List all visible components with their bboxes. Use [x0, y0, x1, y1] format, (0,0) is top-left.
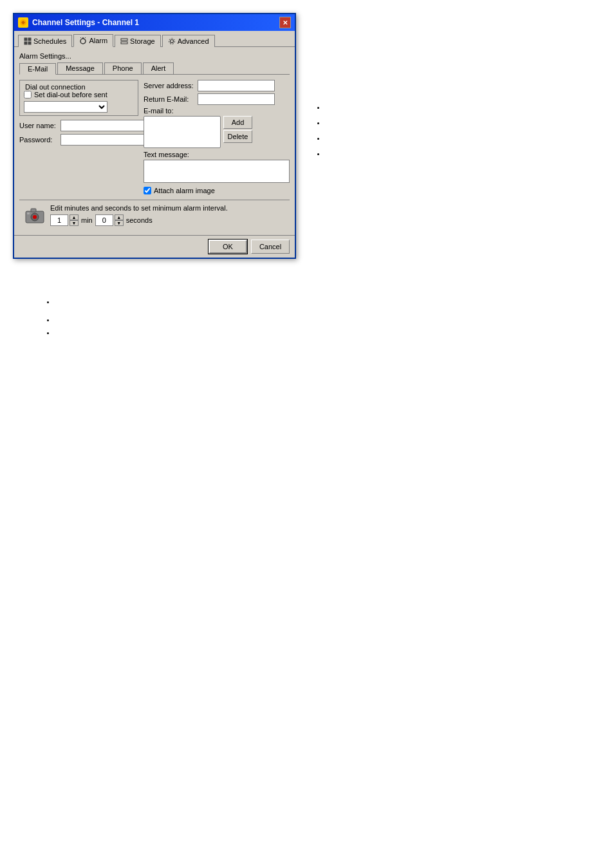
storage-icon: [120, 37, 128, 45]
sub-tab-alert[interactable]: Alert: [143, 62, 174, 74]
set-dial-out-checkbox[interactable]: [24, 91, 32, 99]
bullet-list-bottom: [45, 297, 614, 336]
svg-rect-10: [121, 42, 127, 44]
dialog-footer: OK Cancel: [14, 235, 295, 258]
return-email-label: Return E-Mail:: [144, 95, 195, 103]
dialog-titlebar: Channel Settings - Channel 1 ✕: [14, 14, 295, 31]
svg-rect-3: [24, 42, 27, 44]
bullet-bottom-3: [55, 328, 614, 336]
email-tab-content: Dial out connection Set dial-out before …: [19, 80, 290, 194]
svg-line-8: [85, 37, 86, 38]
password-input[interactable]: [60, 134, 151, 146]
bullet-item-1: [326, 103, 328, 111]
minutes-spinner: 1 ▲ ▼: [50, 214, 79, 226]
camera-alarm-icon: [24, 205, 45, 225]
svg-point-5: [80, 39, 86, 44]
seconds-input[interactable]: 0: [95, 214, 113, 226]
left-column: Dial out connection Set dial-out before …: [19, 80, 138, 194]
email-to-label: E-mail to:: [144, 107, 290, 115]
svg-rect-2: [28, 38, 31, 41]
return-email-row: Return E-Mail:: [144, 93, 290, 105]
right-column: Server address: Return E-Mail: E-mail to…: [144, 80, 290, 194]
add-email-button[interactable]: Add: [223, 116, 252, 129]
username-label: User name:: [19, 122, 58, 129]
sub-tab-message[interactable]: Message: [57, 62, 103, 74]
minutes-arrows: ▲ ▼: [70, 214, 79, 226]
bottom-bullets-area: [0, 297, 614, 336]
attach-alarm-checkbox[interactable]: [144, 187, 151, 194]
dial-out-dropdown-row: [24, 101, 134, 113]
tab-advanced[interactable]: Advanced: [162, 35, 215, 47]
interval-controls: 1 ▲ ▼ min 0 ▲ ▼: [50, 214, 284, 226]
email-list-area: Add Delete: [144, 116, 290, 148]
grid-icon: [24, 37, 32, 45]
dialog-title: Channel Settings - Channel 1: [32, 18, 139, 27]
sub-tab-bar: E-Mail Message Phone Alert: [19, 62, 290, 75]
interval-description: Edit minutes and seconds to set minimum …: [50, 204, 284, 212]
tab-schedules[interactable]: Schedules: [18, 35, 72, 47]
dial-out-legend: Dial out connection: [24, 83, 134, 91]
text-message-label: Text message:: [144, 151, 290, 158]
seconds-up-button[interactable]: ▲: [115, 214, 124, 220]
sub-tab-phone[interactable]: Phone: [104, 62, 142, 74]
svg-rect-17: [27, 212, 30, 214]
email-action-buttons: Add Delete: [223, 116, 252, 148]
attach-alarm-row: Attach alarm image: [144, 187, 290, 194]
delete-email-button[interactable]: Delete: [223, 130, 252, 143]
minutes-label: min: [81, 216, 93, 224]
text-message-textarea[interactable]: [144, 160, 290, 183]
bullet-item-2: [326, 118, 328, 126]
minutes-input[interactable]: 1: [50, 214, 68, 226]
interval-icon: [24, 205, 45, 225]
bullet-item-3: [326, 134, 328, 142]
tab-storage[interactable]: Storage: [115, 35, 161, 47]
alarm-icon: [79, 37, 87, 44]
alarm-settings-label: Alarm Settings...: [19, 52, 290, 60]
seconds-arrows: ▲ ▼: [115, 214, 124, 226]
attach-alarm-label: Attach alarm image: [154, 187, 215, 194]
dialog-content: Alarm Settings... E-Mail Message Phone A…: [14, 47, 295, 235]
server-address-label: Server address:: [144, 82, 195, 90]
return-email-input[interactable]: [198, 93, 275, 105]
ok-button[interactable]: OK: [209, 240, 247, 254]
sub-tab-email[interactable]: E-Mail: [19, 63, 56, 75]
set-dial-out-row: Set dial-out before sent: [24, 91, 134, 99]
svg-rect-16: [31, 209, 36, 212]
tab-alarm[interactable]: Alarm: [73, 34, 113, 47]
password-label: Password:: [19, 136, 58, 144]
dial-out-group: Dial out connection Set dial-out before …: [19, 80, 138, 116]
close-button[interactable]: ✕: [279, 17, 291, 28]
svg-point-11: [170, 40, 173, 43]
bullet-item-4: [326, 149, 328, 157]
cancel-button[interactable]: Cancel: [251, 240, 290, 254]
interval-info: Edit minutes and seconds to set minimum …: [50, 204, 284, 226]
server-address-input[interactable]: [198, 80, 275, 91]
bullet-bottom-2: [55, 316, 614, 323]
username-row: User name:: [19, 120, 138, 131]
gear-icon: [168, 37, 176, 45]
channel-settings-dialog: Channel Settings - Channel 1 ✕ Schedules: [13, 13, 296, 259]
tab-bar: Schedules Alarm Storage: [14, 31, 295, 47]
bullet-list-top: [315, 103, 328, 157]
svg-rect-4: [28, 42, 31, 44]
set-dial-out-label: Set dial-out before sent: [34, 91, 107, 99]
svg-rect-1: [24, 38, 27, 41]
interval-bar: Edit minutes and seconds to set minimum …: [19, 200, 290, 230]
minutes-up-button[interactable]: ▲: [70, 214, 79, 220]
right-content-area: [296, 13, 340, 259]
dial-out-dropdown[interactable]: [24, 101, 107, 113]
username-input[interactable]: [60, 120, 151, 131]
password-row: Password:: [19, 134, 138, 146]
seconds-spinner: 0 ▲ ▼: [95, 214, 124, 226]
email-listbox[interactable]: [144, 116, 221, 148]
bullet-bottom-1: [55, 297, 614, 305]
seconds-down-button[interactable]: ▼: [115, 220, 124, 226]
svg-point-15: [33, 215, 37, 219]
svg-point-12: [169, 39, 174, 44]
minutes-down-button[interactable]: ▼: [70, 220, 79, 226]
server-address-row: Server address:: [144, 80, 290, 91]
svg-line-7: [80, 37, 81, 38]
titlebar-app-icon: [18, 17, 28, 28]
seconds-label: seconds: [126, 216, 153, 224]
svg-rect-9: [121, 39, 127, 41]
